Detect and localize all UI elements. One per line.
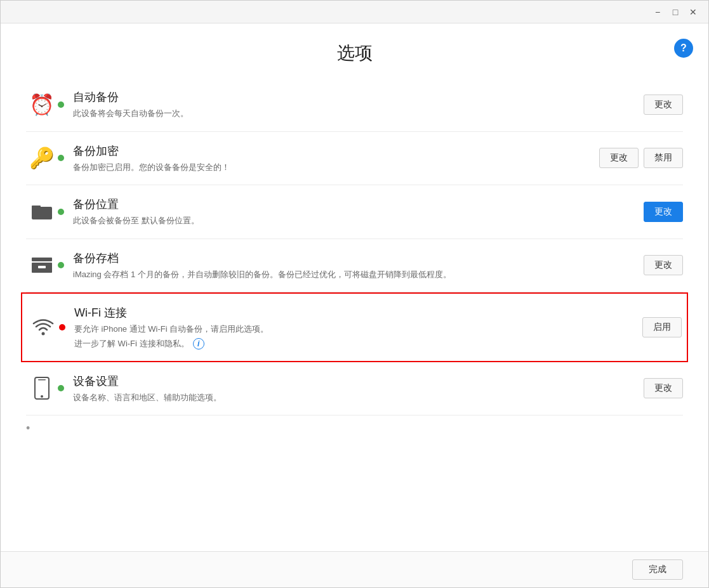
option-title-auto-backup: 自动备份: [73, 89, 633, 105]
option-title-backup-archive: 备份存档: [73, 251, 633, 266]
page-title: 选项: [1, 41, 708, 65]
option-row-wifi-connect: Wi-Fi 连接 要允许 iPhone 通过 Wi-Fi 自动备份，请启用此选项…: [21, 292, 688, 362]
status-dot-backup-location: [58, 209, 64, 215]
options-list: ⏰ 自动备份 此设备将会每天自动备份一次。 更改 🔑 备份加密 备份加密已启用。…: [1, 78, 708, 551]
minimize-button[interactable]: −: [650, 4, 665, 20]
option-title-device-settings: 设备设置: [73, 374, 633, 389]
auto-backup-change-button[interactable]: 更改: [644, 95, 683, 115]
status-dot-backup-archive: [58, 262, 64, 268]
help-button[interactable]: ?: [674, 39, 693, 58]
option-actions-backup-archive: 更改: [644, 255, 683, 275]
svg-point-8: [41, 395, 43, 398]
svg-rect-4: [38, 266, 46, 268]
status-dot-wifi-connect: [59, 324, 65, 330]
archive-icon: [26, 254, 58, 277]
option-text-backup-archive: 备份存档 iMazing 会存档 1 个月的备份，并自动删除较旧的备份。备份已经…: [73, 251, 633, 281]
option-desc-extra-wifi-connect: 进一步了解 Wi-Fi 连接和隐私。 i: [74, 338, 632, 350]
option-desc-wifi-connect: 要允许 iPhone 通过 Wi-Fi 自动备份，请启用此选项。: [74, 323, 632, 336]
backup-encrypt-disable-button[interactable]: 禁用: [644, 148, 683, 168]
main-window: − □ ✕ 选项 ? ⏰ 自动备份 此设备将会每天自动备份一次。 更改: [0, 0, 709, 588]
option-actions-backup-encrypt: 更改 禁用: [599, 148, 683, 168]
key-icon: 🔑: [26, 146, 58, 170]
option-desc-backup-archive: iMazing 会存档 1 个月的备份，并自动删除较旧的备份。备份已经过优化，可…: [73, 268, 633, 281]
option-actions-auto-backup: 更改: [644, 95, 683, 115]
svg-rect-2: [32, 258, 52, 261]
svg-rect-1: [32, 206, 41, 208]
clock-icon: ⏰: [26, 93, 58, 117]
option-text-auto-backup: 自动备份 此设备将会每天自动备份一次。: [73, 89, 633, 120]
option-desc-auto-backup: 此设备将会每天自动备份一次。: [73, 107, 633, 120]
info-icon[interactable]: i: [193, 338, 204, 350]
backup-location-change-button[interactable]: 更改: [644, 202, 683, 222]
done-button[interactable]: 完成: [632, 559, 683, 580]
option-text-backup-encrypt: 备份加密 备份加密已启用。您的设备备份是安全的！: [73, 143, 589, 174]
option-desc-device-settings: 设备名称、语言和地区、辅助功能选项。: [73, 391, 633, 404]
option-row-auto-backup: ⏰ 自动备份 此设备将会每天自动备份一次。 更改: [26, 78, 683, 132]
close-button[interactable]: ✕: [686, 4, 701, 20]
option-row-backup-location: 备份位置 此设备会被备份至 默认备份位置。 更改: [26, 185, 683, 239]
device-settings-change-button[interactable]: 更改: [644, 378, 683, 398]
footer: 完成: [1, 551, 708, 587]
status-dot-device-settings: [58, 385, 64, 391]
bottom-dot: •: [26, 415, 683, 441]
option-text-device-settings: 设备设置 设备名称、语言和地区、辅助功能选项。: [73, 374, 633, 404]
svg-rect-7: [38, 379, 46, 381]
status-dot-auto-backup: [58, 101, 64, 108]
content-area: 选项 ? ⏰ 自动备份 此设备将会每天自动备份一次。 更改 🔑: [1, 23, 708, 551]
option-actions-device-settings: 更改: [644, 378, 683, 398]
option-text-wifi-connect: Wi-Fi 连接 要允许 iPhone 通过 Wi-Fi 自动备份，请启用此选项…: [74, 305, 632, 350]
wifi-extra-text: 进一步了解 Wi-Fi 连接和隐私。: [74, 338, 189, 350]
option-actions-backup-location: 更改: [644, 202, 683, 222]
wifi-connect-enable-button[interactable]: 启用: [642, 317, 682, 337]
option-actions-wifi-connect: 启用: [642, 317, 682, 337]
option-row-backup-archive: 备份存档 iMazing 会存档 1 个月的备份，并自动删除较旧的备份。备份已经…: [26, 239, 683, 293]
option-row-device-settings: 设备设置 设备名称、语言和地区、辅助功能选项。 更改: [26, 362, 683, 416]
folder-icon: [26, 200, 58, 223]
status-dot-backup-encrypt: [58, 155, 64, 161]
maximize-button[interactable]: □: [668, 4, 683, 20]
backup-archive-change-button[interactable]: 更改: [644, 255, 683, 275]
option-desc-backup-encrypt: 备份加密已启用。您的设备备份是安全的！: [73, 161, 589, 174]
wifi-icon: [27, 316, 59, 339]
page-header: 选项 ?: [1, 23, 708, 78]
option-title-backup-encrypt: 备份加密: [73, 143, 589, 159]
option-title-backup-location: 备份位置: [73, 197, 633, 212]
svg-rect-0: [32, 207, 52, 219]
option-text-backup-location: 备份位置 此设备会被备份至 默认备份位置。: [73, 197, 633, 227]
option-title-wifi-connect: Wi-Fi 连接: [74, 305, 632, 320]
backup-encrypt-change-button[interactable]: 更改: [599, 148, 639, 168]
svg-point-5: [42, 332, 45, 335]
phone-icon: [26, 377, 58, 400]
option-row-backup-encrypt: 🔑 备份加密 备份加密已启用。您的设备备份是安全的！ 更改 禁用: [26, 132, 683, 186]
title-bar: − □ ✕: [1, 1, 708, 23]
option-desc-backup-location: 此设备会被备份至 默认备份位置。: [73, 214, 633, 227]
